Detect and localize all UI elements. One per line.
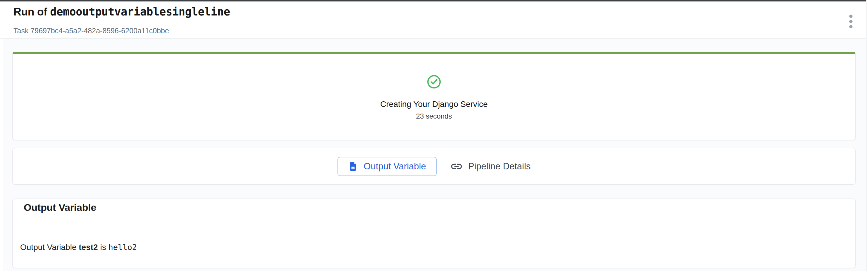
status-card: Creating Your Django Service 23 seconds <box>12 52 856 140</box>
status-title: Creating Your Django Service <box>380 100 488 109</box>
output-section-heading: Output Variable <box>24 202 96 213</box>
page-title-prefix: Run of <box>13 6 50 18</box>
run-name: demooutputvariablesingleline <box>50 5 230 18</box>
document-icon <box>348 161 358 172</box>
scrollbar-gutter <box>866 0 868 271</box>
task-id-subtitle: Task 79697bc4-a5a2-482a-8596-6200a11c0bb… <box>13 27 169 35</box>
run-header: Run of demooutputvariablesingleline Task… <box>0 1 868 38</box>
tab-output-variable[interactable]: Output Variable <box>338 157 437 176</box>
tab-pipeline-details[interactable]: Pipeline Details <box>450 160 531 173</box>
status-duration: 23 seconds <box>416 112 452 120</box>
page-title: Run of demooutputvariablesingleline <box>13 5 230 18</box>
kebab-menu-icon[interactable] <box>843 12 858 30</box>
kebab-dot <box>849 20 852 23</box>
kebab-dot <box>849 25 852 28</box>
output-variable-name: test2 <box>79 243 98 252</box>
tab-label: Output Variable <box>364 161 426 172</box>
output-line-prefix: Output Variable <box>20 243 79 252</box>
status-card-body: Creating Your Django Service 23 seconds <box>12 54 856 120</box>
tab-label: Pipeline Details <box>468 161 531 172</box>
tabs-row: Output Variable Pipeline Details <box>338 157 531 176</box>
check-circle-icon <box>427 74 441 89</box>
output-variable-line: Output Variable test2 is hello2 <box>20 243 137 252</box>
output-variable-value: hello2 <box>108 243 137 252</box>
status-accent-bar <box>12 52 856 54</box>
tabs-card: Output Variable Pipeline Details <box>12 148 856 184</box>
output-line-connector: is <box>98 243 108 252</box>
link-icon <box>450 160 463 173</box>
kebab-dot <box>849 14 852 18</box>
output-variable-card: Output Variable Output Variable test2 is… <box>12 199 856 268</box>
